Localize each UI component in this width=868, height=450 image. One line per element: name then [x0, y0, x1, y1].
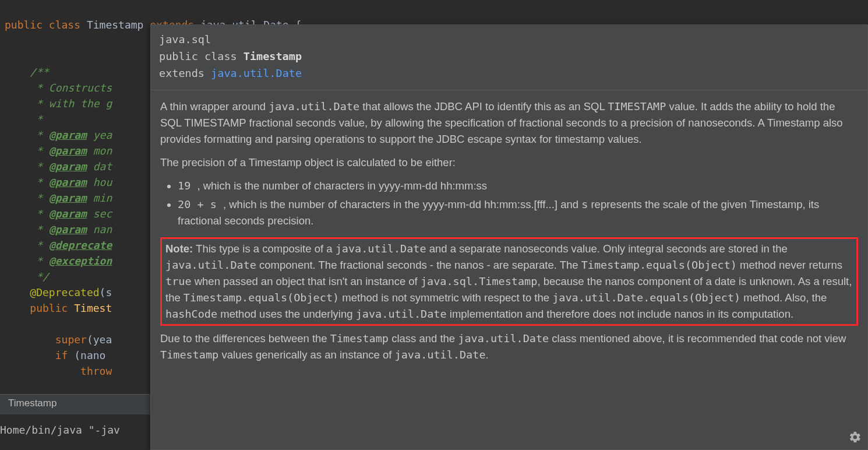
param-name: sec [93, 208, 112, 220]
keyword: public [30, 302, 68, 314]
javadoc-close: */ [30, 270, 49, 283]
console-output[interactable]: Home/bin/java "-jav [0, 414, 151, 450]
constructor: Timest [74, 302, 112, 314]
javadoc-line: * [30, 113, 43, 125]
exception-tag: @exception [49, 255, 112, 267]
list-item: 20 + s , which is the number of characte… [178, 196, 858, 229]
doc-modifiers: public class [159, 50, 244, 62]
javadoc-line: * [30, 129, 49, 141]
doc-classname: Timestamp [244, 50, 302, 62]
keyword: throw [80, 365, 112, 377]
param-tag: @param [49, 223, 87, 235]
super-call: super [55, 333, 87, 346]
keyword: public class [5, 19, 80, 31]
param-tag: @param [49, 208, 87, 220]
javadoc-open: /** [30, 66, 49, 78]
quick-doc-popup[interactable]: java.sql public class Timestamp extends … [150, 24, 868, 450]
doc-paragraph: The precision of a Timestamp object is c… [160, 154, 858, 171]
class-name: Timestamp [87, 19, 144, 31]
doc-paragraph: A thin wrapper around java.util.Date tha… [160, 99, 858, 147]
doc-paragraph: Due to the differences between the Times… [160, 331, 858, 363]
breadcrumb-bar[interactable]: Timestamp [0, 394, 151, 414]
javadoc-line: * with the g [30, 97, 112, 110]
breadcrumb-item[interactable]: Timestamp [8, 398, 57, 409]
annotation: @Deprecated [30, 286, 99, 298]
param-name: hou [93, 176, 112, 188]
javadoc-line: * Constructs [30, 82, 112, 94]
keyword: if [55, 349, 68, 361]
doc-body: A thin wrapper around java.util.Date tha… [151, 90, 867, 375]
doc-note-highlighted: Note: This type is a composite of a java… [160, 237, 858, 326]
note-label: Note: [165, 242, 193, 255]
if-cond: (nano [74, 349, 105, 361]
super-args: (yea [87, 333, 112, 346]
param-name: nan [93, 223, 112, 235]
console-line: Home/bin/java "-jav [0, 424, 120, 436]
gear-icon[interactable] [849, 431, 862, 444]
param-tag: @param [49, 129, 87, 141]
param-tag: @param [49, 192, 87, 204]
deprecated-tag: @deprecate [49, 239, 112, 251]
doc-package: java.sql [159, 33, 211, 45]
param-name: dat [93, 160, 112, 173]
doc-list: 19 , which is the number of characters i… [160, 178, 858, 229]
annotation-args: (s [100, 286, 112, 298]
param-name: yea [93, 129, 112, 141]
doc-header: java.sql public class Timestamp extends … [151, 25, 867, 90]
param-tag: @param [49, 145, 87, 157]
list-item: 19 , which is the number of characters i… [178, 178, 858, 194]
param-name: mon [93, 145, 112, 157]
param-tag: @param [49, 160, 87, 173]
param-name: min [93, 192, 112, 204]
param-tag: @param [49, 176, 87, 188]
doc-superclass-link[interactable]: java.util.Date [211, 67, 302, 79]
doc-extends: extends [159, 67, 211, 79]
